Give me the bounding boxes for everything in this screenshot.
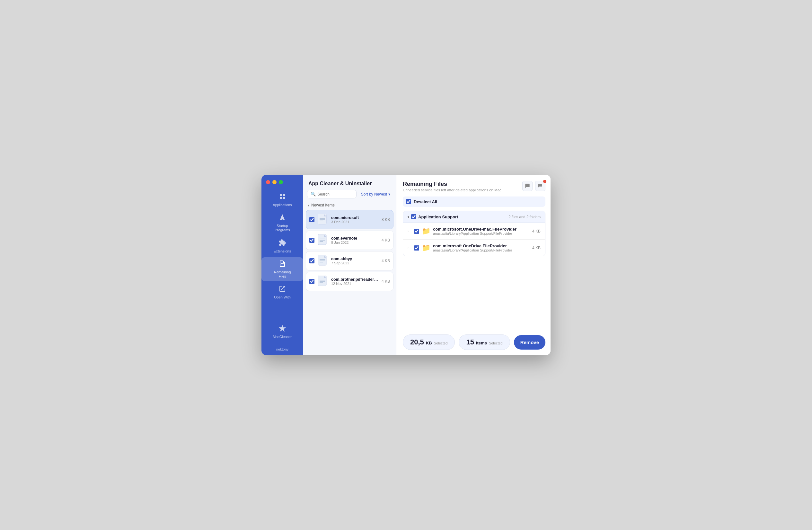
- bottom-bar: 20,5 KB Selected 15 items Selected Remov…: [403, 329, 546, 350]
- file-checkbox-4[interactable]: [309, 279, 315, 284]
- sidebar-item-label-applications: Applications: [273, 203, 292, 207]
- size-label: Selected: [434, 341, 448, 345]
- right-title: Remaining Files: [403, 181, 502, 187]
- collapse-section[interactable]: ▾ Newest Items: [303, 201, 396, 210]
- folder-item-name: com.microsoft.OneDrive-mac.FileProvider: [433, 227, 530, 232]
- maccleaner-icon: [278, 324, 286, 334]
- folder-item[interactable]: › 📁 com.microsoft.OneDrive-mac.FileProvi…: [403, 223, 545, 240]
- sidebar-item-remaining-files[interactable]: RemainingFiles: [261, 257, 303, 281]
- sidebar: Applications StartupPrograms Extensions …: [261, 175, 303, 355]
- remove-button[interactable]: Remove: [514, 335, 546, 350]
- folder-section: ▾ Application Support 2 files and 2 fold…: [403, 211, 546, 256]
- file-name: com.evernote: [331, 236, 378, 240]
- folder-checkbox[interactable]: [411, 214, 416, 219]
- folder-item[interactable]: › 📁 com.microsoft.OneDrive.FileProvider …: [403, 240, 545, 256]
- search-sort-bar: 🔍 Sort by Newest ▾: [303, 190, 396, 201]
- folder-chevron-icon[interactable]: ▾: [408, 215, 409, 219]
- file-checkbox-2[interactable]: [309, 238, 315, 243]
- file-size: 4 KB: [381, 259, 390, 263]
- folder-header-left: ▾ Application Support: [408, 214, 508, 219]
- file-doc-icon: [318, 234, 328, 246]
- chat-button[interactable]: [522, 181, 533, 191]
- sidebar-item-label-startup: StartupPrograms: [275, 224, 290, 232]
- file-item[interactable]: com.brother.pdfreaderprofree.mac 12 Nov …: [306, 272, 393, 291]
- file-checkbox-1[interactable]: [309, 217, 315, 222]
- file-date: 7 Sep 2022: [331, 261, 378, 265]
- file-size: 4 KB: [381, 238, 390, 242]
- deselect-row[interactable]: Deselect All: [403, 196, 546, 207]
- sidebar-item-startup-programs[interactable]: StartupPrograms: [261, 211, 303, 235]
- search-input[interactable]: [317, 192, 353, 196]
- items-unit: items: [476, 340, 487, 345]
- file-size: 8 KB: [381, 218, 390, 222]
- newest-items-label: Newest Items: [311, 203, 335, 207]
- folder-items: › 📁 com.microsoft.OneDrive-mac.FileProvi…: [403, 223, 545, 256]
- deselect-label: Deselect All: [414, 199, 437, 204]
- close-button[interactable]: [266, 180, 270, 184]
- deselect-checkbox[interactable]: [406, 199, 411, 204]
- notifications-button[interactable]: [535, 181, 546, 191]
- right-subtitle: Unneeded service files left after delete…: [403, 188, 502, 192]
- folder-item-path: anastasiia/Library/Application Support/F…: [433, 232, 530, 235]
- file-date: 9 Jun 2022: [331, 240, 378, 245]
- remaining-files-icon: [278, 260, 286, 269]
- open-with-icon: [278, 285, 286, 294]
- file-item[interactable]: com.evernote 9 Jun 2022 4 KB: [306, 231, 393, 250]
- file-checkbox-3[interactable]: [309, 258, 315, 263]
- app-window: Applications StartupPrograms Extensions …: [261, 175, 551, 355]
- folder-item-chevron-icon[interactable]: ›: [408, 246, 411, 250]
- file-item[interactable]: com.abbyy 7 Sep 2022 4 KB: [306, 251, 393, 270]
- file-item[interactable]: com.microsoft 3 Dec 2021 8 KB: [306, 210, 393, 229]
- file-info: com.evernote 9 Jun 2022: [331, 236, 378, 245]
- folder-item-chevron-icon[interactable]: ›: [408, 229, 411, 233]
- folder-icon: 📁: [422, 244, 431, 252]
- items-stat-pill: 15 items Selected: [459, 334, 510, 350]
- app-title: App Cleaner & Uninstaller: [303, 175, 396, 190]
- search-icon: 🔍: [310, 192, 316, 196]
- file-doc-icon: [318, 213, 328, 226]
- sort-button[interactable]: Sort by Newest ▾: [359, 191, 392, 198]
- right-panel: Remaining Files Unneeded service files l…: [396, 175, 551, 355]
- maximize-button[interactable]: [279, 180, 283, 184]
- folder-item-info: com.microsoft.OneDrive.FileProvider anas…: [433, 243, 530, 252]
- folder-item-info: com.microsoft.OneDrive-mac.FileProvider …: [433, 227, 530, 235]
- folder-icon: 📁: [422, 227, 431, 235]
- file-doc-icon: [318, 255, 328, 267]
- sidebar-item-extensions[interactable]: Extensions: [261, 236, 303, 256]
- search-box[interactable]: 🔍: [307, 190, 357, 198]
- right-header: Remaining Files Unneeded service files l…: [403, 181, 546, 192]
- items-label: Selected: [489, 341, 503, 345]
- sidebar-item-applications[interactable]: Applications: [261, 190, 303, 210]
- sidebar-item-label-remaining: RemainingFiles: [274, 270, 291, 279]
- folder-item-checkbox[interactable]: [414, 229, 419, 234]
- size-number: 20,5: [410, 338, 424, 346]
- size-stat-pill: 20,5 KB Selected: [403, 334, 455, 350]
- file-info: com.microsoft 3 Dec 2021: [331, 215, 378, 224]
- sidebar-item-open-with[interactable]: Open With: [261, 282, 303, 302]
- folder-count: 2 files and 2 folders: [508, 215, 540, 219]
- startup-programs-icon: [278, 213, 286, 223]
- right-title-area: Remaining Files Unneeded service files l…: [403, 181, 502, 192]
- chevron-icon: ▾: [308, 204, 309, 207]
- extensions-icon: [278, 239, 286, 248]
- sidebar-item-label-openwith: Open With: [274, 295, 291, 299]
- left-panel: App Cleaner & Uninstaller 🔍 Sort by Newe…: [303, 175, 396, 355]
- file-name: com.microsoft: [331, 215, 378, 220]
- items-number: 15: [466, 338, 474, 346]
- file-name: com.abbyy: [331, 257, 378, 261]
- folder-header: ▾ Application Support 2 files and 2 fold…: [403, 211, 545, 223]
- chevron-down-icon: ▾: [388, 192, 390, 196]
- folder-item-size: 4 KB: [532, 246, 540, 250]
- folder-item-checkbox[interactable]: [414, 246, 419, 251]
- size-unit: KB: [426, 340, 432, 345]
- file-info: com.abbyy 7 Sep 2022: [331, 257, 378, 265]
- traffic-lights: [261, 180, 283, 184]
- file-name: com.brother.pdfreaderprofree.mac: [331, 277, 378, 282]
- file-list: com.microsoft 3 Dec 2021 8 KB com.everno…: [303, 210, 396, 355]
- folder-item-name: com.microsoft.OneDrive.FileProvider: [433, 243, 530, 248]
- sidebar-nav: Applications StartupPrograms Extensions …: [261, 190, 303, 302]
- folder-name: Application Support: [418, 214, 458, 219]
- file-size: 4 KB: [381, 279, 390, 284]
- minimize-button[interactable]: [272, 180, 277, 184]
- sidebar-item-maccleaner[interactable]: MacCleaner: [261, 322, 303, 341]
